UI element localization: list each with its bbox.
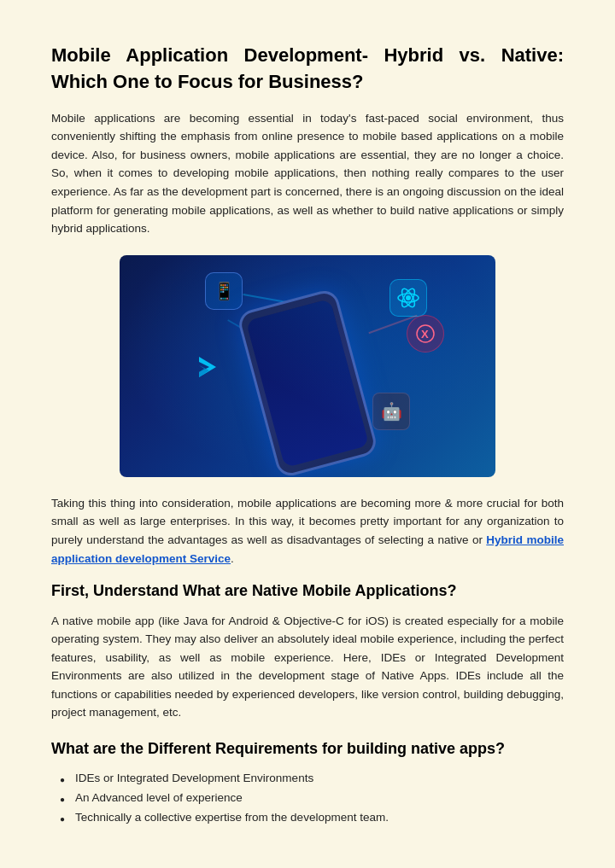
main-title: Mobile Application Development- Hybrid v… <box>51 43 564 96</box>
list-item: An Advanced level of experience <box>60 789 564 808</box>
flutter-icon <box>192 353 220 387</box>
section2-heading: What are the Different Requirements for … <box>51 739 564 759</box>
react-icon <box>390 279 427 317</box>
list-item: IDEs or Integrated Development Environme… <box>60 769 564 789</box>
taking-text-after-link: . <box>231 552 234 565</box>
hero-image: 📱 X <box>120 255 495 477</box>
svg-text:X: X <box>421 328 429 341</box>
section1-text: A native mobile app (like Java for Andro… <box>51 612 564 723</box>
requirements-list: IDEs or Integrated Development Environme… <box>51 769 564 828</box>
list-item: Technically a collective expertise from … <box>60 808 564 828</box>
taking-text: Taking this thing into consideration, mo… <box>51 494 564 568</box>
svg-point-0 <box>406 295 411 300</box>
hero-image-container: 📱 X <box>51 255 564 477</box>
xamarin-icon: X <box>407 315 444 352</box>
intro-text: Mobile applications are becoming essenti… <box>51 109 564 238</box>
section1-heading: First, Understand What are Native Mobile… <box>51 581 564 601</box>
svg-marker-7 <box>199 365 209 377</box>
phone-icon: 📱 <box>205 272 243 310</box>
robot-icon: 🤖 <box>372 393 410 430</box>
page-container: Mobile Application Development- Hybrid v… <box>0 0 615 868</box>
